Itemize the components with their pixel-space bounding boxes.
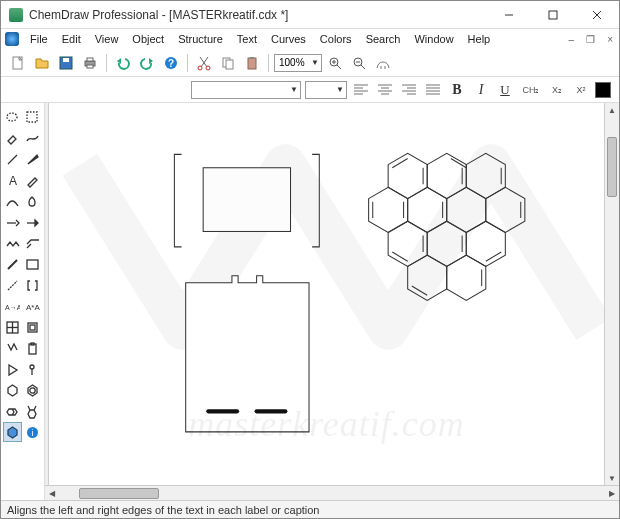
menu-search[interactable]: Search bbox=[359, 31, 408, 47]
menu-help[interactable]: Help bbox=[461, 31, 498, 47]
menu-colors[interactable]: Colors bbox=[313, 31, 359, 47]
curve-tool[interactable] bbox=[3, 191, 22, 211]
zoom-in-button[interactable] bbox=[324, 52, 346, 74]
reaction-arrow-tool[interactable] bbox=[23, 212, 42, 232]
mdi-minimize-button[interactable]: – bbox=[563, 34, 581, 45]
paste-button[interactable] bbox=[241, 52, 263, 74]
pen-tool[interactable] bbox=[23, 170, 42, 190]
box-tool[interactable] bbox=[23, 254, 42, 274]
symbol-tool[interactable] bbox=[23, 359, 42, 379]
cleanup-button[interactable] bbox=[372, 52, 394, 74]
open-button[interactable] bbox=[31, 52, 53, 74]
mdi-restore-button[interactable]: ❐ bbox=[580, 34, 601, 45]
maximize-button[interactable] bbox=[531, 1, 575, 28]
acyclic-tool[interactable] bbox=[23, 233, 42, 253]
menu-text[interactable]: Text bbox=[230, 31, 264, 47]
menu-edit[interactable]: Edit bbox=[55, 31, 88, 47]
scroll-right-icon[interactable]: ▶ bbox=[605, 489, 619, 498]
font-combo[interactable]: ▼ bbox=[191, 81, 301, 99]
color-swatch[interactable] bbox=[595, 82, 611, 98]
text-tool[interactable]: A bbox=[3, 170, 22, 190]
dashed-bond-tool[interactable] bbox=[3, 275, 22, 295]
align-center-button[interactable] bbox=[375, 80, 395, 100]
bracket-tool[interactable] bbox=[23, 275, 42, 295]
scroll-up-icon[interactable]: ▲ bbox=[605, 103, 619, 117]
bond-tool[interactable] bbox=[3, 149, 22, 169]
atom-reaction-tool[interactable]: A→A bbox=[3, 296, 22, 316]
scroll-down-icon[interactable]: ▼ bbox=[605, 471, 619, 485]
scroll-left-icon[interactable]: ◀ bbox=[45, 489, 59, 498]
benzene-tool[interactable] bbox=[3, 380, 22, 400]
orbital-tool[interactable] bbox=[23, 191, 42, 211]
fontsize-combo[interactable]: ▼ bbox=[305, 81, 347, 99]
marquee-tool[interactable] bbox=[23, 107, 42, 127]
vscroll-thumb[interactable] bbox=[607, 137, 617, 197]
solid-bond-tool[interactable] bbox=[3, 254, 22, 274]
svg-text:A→A: A→A bbox=[5, 304, 20, 311]
svg-point-61 bbox=[30, 365, 34, 369]
info-tool[interactable]: i bbox=[23, 422, 42, 442]
zoom-out-button[interactable] bbox=[348, 52, 370, 74]
template-tool[interactable] bbox=[23, 317, 42, 337]
cut-button[interactable] bbox=[193, 52, 215, 74]
formula-button[interactable]: CH₂ bbox=[519, 80, 543, 100]
mdi-close-button[interactable]: × bbox=[601, 34, 619, 45]
menu-window[interactable]: Window bbox=[407, 31, 460, 47]
polyaromatic-tool[interactable] bbox=[3, 401, 22, 421]
horizontal-scrollbar[interactable]: ◀ ▶ bbox=[45, 485, 619, 500]
align-right-button[interactable] bbox=[399, 80, 419, 100]
print-button[interactable] bbox=[79, 52, 101, 74]
svg-marker-82 bbox=[447, 187, 486, 232]
zoom-combo[interactable]: 100%▼ bbox=[274, 54, 322, 72]
subscript-button[interactable]: X₂ bbox=[547, 80, 567, 100]
menu-object[interactable]: Object bbox=[125, 31, 171, 47]
italic-button[interactable]: I bbox=[471, 80, 491, 100]
wedge-tool[interactable] bbox=[23, 149, 42, 169]
cyclohexane-tool[interactable] bbox=[23, 380, 42, 400]
save-button[interactable] bbox=[55, 52, 77, 74]
table-tool[interactable] bbox=[3, 317, 22, 337]
svg-rect-17 bbox=[226, 60, 233, 69]
menu-file[interactable]: File bbox=[23, 31, 55, 47]
align-justify-button[interactable] bbox=[423, 80, 443, 100]
menu-view[interactable]: View bbox=[88, 31, 126, 47]
copy-button[interactable] bbox=[217, 52, 239, 74]
clip-tool[interactable] bbox=[23, 338, 42, 358]
bold-button[interactable]: B bbox=[447, 80, 467, 100]
ring-tool[interactable] bbox=[23, 401, 42, 421]
menu-curves[interactable]: Curves bbox=[264, 31, 313, 47]
svg-line-97 bbox=[412, 286, 427, 295]
3d-tool[interactable] bbox=[3, 422, 22, 442]
drawing-page[interactable]: masterkreatif.com bbox=[49, 103, 604, 485]
hscroll-thumb[interactable] bbox=[79, 488, 159, 499]
vertical-scrollbar[interactable]: ▲ ▼ bbox=[604, 103, 619, 485]
svg-marker-63 bbox=[8, 385, 17, 396]
align-left-button[interactable] bbox=[351, 80, 371, 100]
query-tool[interactable]: A*A bbox=[23, 296, 42, 316]
undo-button[interactable] bbox=[112, 52, 134, 74]
menu-structure[interactable]: Structure bbox=[171, 31, 230, 47]
superscript-button[interactable]: X² bbox=[571, 80, 591, 100]
svg-marker-90 bbox=[466, 221, 505, 266]
redo-button[interactable] bbox=[136, 52, 158, 74]
eraser-tool[interactable] bbox=[3, 128, 22, 148]
arrow-tool[interactable] bbox=[3, 212, 22, 232]
tlc-tool[interactable] bbox=[3, 338, 22, 358]
doc-icon bbox=[5, 32, 19, 46]
svg-line-21 bbox=[337, 65, 341, 69]
svg-line-75 bbox=[392, 158, 407, 167]
svg-rect-69 bbox=[203, 168, 290, 232]
tool-palette: A A→A A*A i bbox=[1, 103, 45, 500]
help-button[interactable]: ? bbox=[160, 52, 182, 74]
menubar: File Edit View Object Structure Text Cur… bbox=[1, 29, 619, 49]
chain-tool[interactable] bbox=[3, 233, 22, 253]
play-tool[interactable] bbox=[3, 359, 22, 379]
minimize-button[interactable] bbox=[487, 1, 531, 28]
svg-marker-66 bbox=[8, 427, 17, 438]
underline-button[interactable]: U bbox=[495, 80, 515, 100]
new-button[interactable] bbox=[7, 52, 29, 74]
lasso-tool[interactable] bbox=[3, 107, 22, 127]
app-icon bbox=[9, 8, 23, 22]
close-button[interactable] bbox=[575, 1, 619, 28]
freehand-tool[interactable] bbox=[23, 128, 42, 148]
